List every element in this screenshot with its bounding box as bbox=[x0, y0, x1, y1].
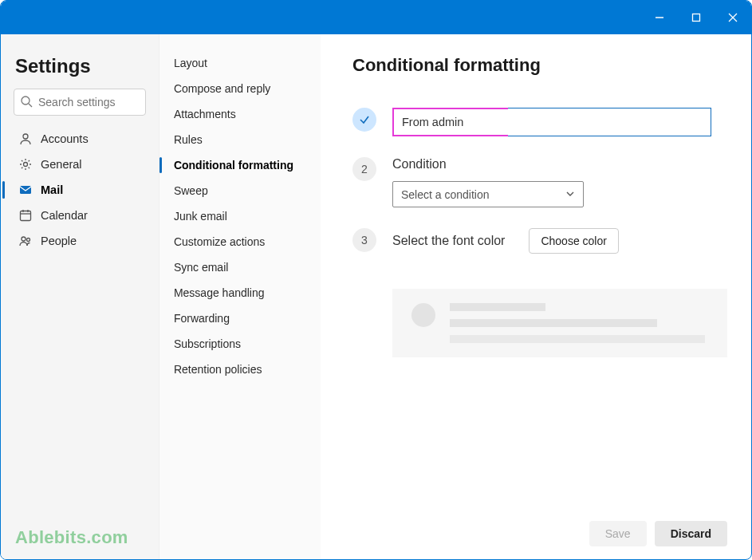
sidebar-item-label: People bbox=[41, 235, 77, 247]
sidebar-item-calendar[interactable]: Calendar bbox=[10, 203, 149, 227]
subnav-item-sweep[interactable]: Sweep bbox=[159, 178, 321, 203]
close-button[interactable] bbox=[715, 1, 751, 34]
preview-avatar bbox=[411, 303, 435, 327]
subnav-item-conditional-formatting[interactable]: Conditional formatting bbox=[159, 152, 321, 178]
sidebar-item-label: Calendar bbox=[41, 209, 88, 222]
maximize-button[interactable] bbox=[678, 1, 715, 34]
subnav-item-message-handling[interactable]: Message handling bbox=[159, 280, 321, 306]
condition-select-placeholder: Select a condition bbox=[401, 188, 490, 201]
titlebar bbox=[1, 1, 751, 34]
subnav-item-compose[interactable]: Compose and reply bbox=[159, 76, 321, 101]
settings-title: Settings bbox=[10, 49, 149, 89]
step-check-icon bbox=[352, 108, 376, 132]
svg-rect-8 bbox=[20, 186, 31, 194]
save-button: Save bbox=[589, 521, 647, 546]
preview-box bbox=[392, 289, 727, 357]
page-title: Conditional formatting bbox=[352, 55, 727, 76]
sidebar-item-people[interactable]: People bbox=[10, 229, 149, 253]
subnav-item-sync-email[interactable]: Sync email bbox=[159, 254, 321, 280]
search-icon bbox=[20, 95, 33, 111]
main-panel: Conditional formatting 2 Condition Selec… bbox=[321, 34, 751, 559]
sidebar-item-accounts[interactable]: Accounts bbox=[10, 127, 149, 151]
rule-name-field-wrap bbox=[392, 108, 711, 136]
step-3-number: 3 bbox=[352, 228, 376, 252]
settings-window: Settings Accounts General bbox=[0, 0, 752, 560]
svg-line-5 bbox=[29, 104, 32, 107]
close-icon bbox=[728, 13, 738, 22]
sidebar: Settings Accounts General bbox=[1, 34, 159, 559]
mail-icon bbox=[18, 183, 33, 197]
search-input[interactable] bbox=[14, 89, 146, 116]
watermark: Ablebits.com bbox=[15, 527, 128, 548]
svg-point-13 bbox=[22, 237, 26, 241]
preview-line-2 bbox=[450, 319, 657, 327]
person-icon bbox=[18, 132, 33, 146]
discard-button[interactable]: Discard bbox=[655, 521, 727, 546]
svg-point-6 bbox=[23, 134, 28, 139]
subnav-item-forwarding[interactable]: Forwarding bbox=[159, 306, 321, 331]
rule-name-input[interactable] bbox=[392, 108, 508, 136]
sidebar-item-mail[interactable]: Mail bbox=[10, 178, 149, 202]
subnav-item-junk[interactable]: Junk email bbox=[159, 203, 321, 229]
search-box bbox=[14, 89, 146, 116]
sidebar-item-general[interactable]: General bbox=[10, 152, 149, 176]
preview-line-1 bbox=[450, 303, 545, 311]
footer: Save Discard bbox=[352, 510, 727, 546]
svg-point-7 bbox=[24, 163, 28, 167]
subnav-item-customize-actions[interactable]: Customize actions bbox=[159, 229, 321, 254]
step-2-number: 2 bbox=[352, 157, 376, 181]
preview-lines bbox=[450, 303, 708, 343]
rule-name-input-extension[interactable] bbox=[508, 108, 711, 136]
body: Settings Accounts General bbox=[1, 34, 751, 559]
subnav-item-retention[interactable]: Retention policies bbox=[159, 357, 321, 382]
step-1 bbox=[352, 108, 727, 136]
sidebar-item-label: Accounts bbox=[41, 132, 89, 145]
sidebar-item-label: Mail bbox=[41, 183, 63, 196]
subnav: Layout Compose and reply Attachments Rul… bbox=[159, 34, 321, 559]
chevron-down-icon bbox=[565, 188, 575, 201]
subnav-item-attachments[interactable]: Attachments bbox=[159, 101, 321, 127]
svg-point-4 bbox=[22, 97, 30, 105]
subnav-item-rules[interactable]: Rules bbox=[159, 127, 321, 152]
calendar-icon bbox=[18, 208, 33, 223]
preview-line-3 bbox=[450, 335, 705, 343]
step-3: 3 Select the font color Choose color bbox=[352, 228, 727, 254]
minimize-button[interactable] bbox=[641, 1, 678, 34]
svg-rect-1 bbox=[693, 14, 700, 22]
step-2-label: Condition bbox=[392, 157, 727, 172]
subnav-item-layout[interactable]: Layout bbox=[159, 50, 321, 76]
step-2: 2 Condition Select a condition bbox=[352, 157, 727, 207]
svg-rect-9 bbox=[21, 211, 31, 221]
step-3-label: Select the font color bbox=[392, 234, 505, 248]
people-icon bbox=[18, 234, 33, 248]
choose-color-button[interactable]: Choose color bbox=[529, 228, 619, 254]
svg-point-14 bbox=[27, 239, 30, 242]
minimize-icon bbox=[655, 13, 664, 22]
gear-icon bbox=[18, 157, 33, 172]
condition-select[interactable]: Select a condition bbox=[392, 181, 584, 207]
maximize-icon bbox=[691, 13, 701, 22]
subnav-item-subscriptions[interactable]: Subscriptions bbox=[159, 331, 321, 357]
sidebar-item-label: General bbox=[41, 158, 82, 171]
